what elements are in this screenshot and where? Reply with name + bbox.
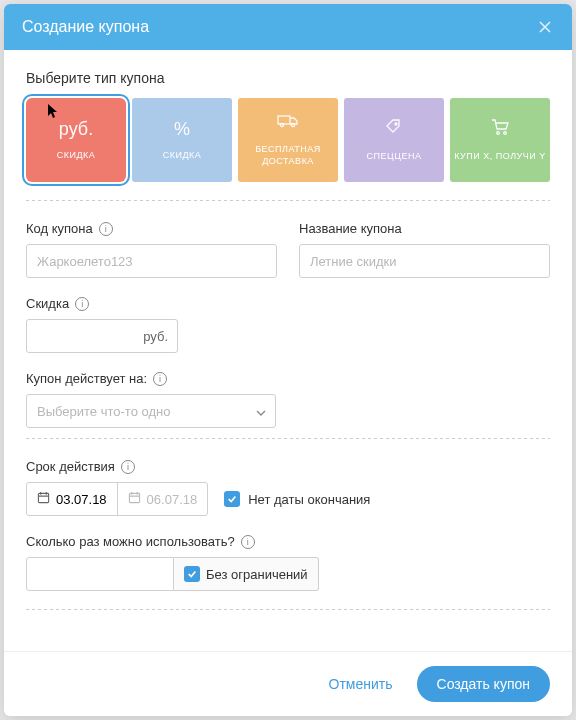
cart-icon bbox=[490, 118, 510, 141]
info-icon[interactable]: i bbox=[153, 372, 167, 386]
divider bbox=[26, 609, 550, 610]
discount-field: Скидка i руб. bbox=[26, 296, 550, 353]
validity-label: Срок действия bbox=[26, 459, 115, 474]
type-label: СКИДКА bbox=[57, 150, 96, 162]
validity-field: Срок действия i 03.07.18 06.07 bbox=[26, 459, 550, 516]
coupon-name-field: Название купона bbox=[299, 221, 550, 278]
modal-footer: Отменить Создать купон bbox=[4, 651, 572, 716]
type-percent-discount[interactable]: % СКИДКА bbox=[132, 98, 232, 182]
usage-limit-input[interactable] bbox=[26, 557, 174, 591]
coupon-name-label: Название купона bbox=[299, 221, 402, 236]
applies-to-field: Купон действует на: i Выберите что-то од… bbox=[26, 371, 550, 428]
no-end-date-checkbox[interactable] bbox=[224, 491, 240, 507]
svg-point-3 bbox=[395, 123, 397, 125]
coupon-code-label: Код купона bbox=[26, 221, 93, 236]
end-date-value: 06.07.18 bbox=[147, 492, 198, 507]
calendar-icon bbox=[37, 491, 50, 507]
start-date-value: 03.07.18 bbox=[56, 492, 107, 507]
type-rub-discount[interactable]: руб. СКИДКА bbox=[26, 98, 126, 182]
discount-suffix: руб. bbox=[143, 329, 168, 344]
unlimited-checkbox[interactable] bbox=[184, 566, 200, 582]
usage-limit-label: Сколько раз можно использовать? bbox=[26, 534, 235, 549]
type-label: СПЕЦЦЕНА bbox=[367, 151, 422, 163]
create-button[interactable]: Создать купон bbox=[417, 666, 550, 702]
svg-point-1 bbox=[280, 123, 283, 126]
coupon-code-input[interactable] bbox=[26, 244, 277, 278]
create-coupon-modal: Создание купона Выберите тип купона руб.… bbox=[4, 4, 572, 716]
divider bbox=[26, 200, 550, 201]
svg-point-5 bbox=[504, 131, 507, 134]
svg-rect-7 bbox=[129, 493, 139, 502]
date-range-picker: 03.07.18 06.07.18 bbox=[26, 482, 208, 516]
unlimited-label: Без ограничений bbox=[206, 567, 308, 582]
info-icon[interactable]: i bbox=[241, 535, 255, 549]
modal-body: Выберите тип купона руб. СКИДКА % СКИДКА… bbox=[4, 50, 572, 651]
info-icon[interactable]: i bbox=[75, 297, 89, 311]
close-icon[interactable] bbox=[536, 18, 554, 36]
svg-rect-6 bbox=[38, 493, 48, 502]
end-date-input[interactable]: 06.07.18 bbox=[117, 483, 208, 515]
info-icon[interactable]: i bbox=[121, 460, 135, 474]
truck-icon bbox=[277, 113, 299, 134]
modal-title: Создание купона bbox=[22, 18, 149, 36]
type-buy-x-get-y[interactable]: КУПИ X, ПОЛУЧИ Y bbox=[450, 98, 550, 182]
info-icon[interactable]: i bbox=[99, 222, 113, 236]
ruble-icon: руб. bbox=[59, 119, 93, 140]
cancel-button[interactable]: Отменить bbox=[319, 668, 403, 700]
applies-to-select[interactable]: Выберите что-то одно bbox=[26, 394, 276, 428]
coupon-name-input[interactable] bbox=[299, 244, 550, 278]
divider bbox=[26, 438, 550, 439]
type-label: СКИДКА bbox=[163, 150, 202, 162]
discount-label: Скидка bbox=[26, 296, 69, 311]
svg-point-2 bbox=[291, 123, 294, 126]
type-free-shipping[interactable]: БЕСПЛАТНАЯ ДОСТАВКА bbox=[238, 98, 338, 182]
svg-rect-0 bbox=[278, 116, 290, 124]
select-type-label: Выберите тип купона bbox=[26, 70, 550, 86]
coupon-code-field: Код купона i bbox=[26, 221, 277, 278]
usage-limit-field: Сколько раз можно использовать? i Без ог… bbox=[26, 534, 550, 591]
type-label: КУПИ X, ПОЛУЧИ Y bbox=[454, 151, 545, 163]
type-label: БЕСПЛАТНАЯ ДОСТАВКА bbox=[242, 144, 334, 167]
modal-header: Создание купона bbox=[4, 4, 572, 50]
calendar-icon bbox=[128, 491, 141, 507]
start-date-input[interactable]: 03.07.18 bbox=[27, 483, 117, 515]
unlimited-append: Без ограничений bbox=[174, 557, 319, 591]
percent-icon: % bbox=[174, 119, 190, 140]
applies-to-label: Купон действует на: bbox=[26, 371, 147, 386]
coupon-type-selector: руб. СКИДКА % СКИДКА БЕСПЛАТНАЯ ДОСТАВКА bbox=[26, 98, 550, 182]
no-end-date-label: Нет даты окончания bbox=[248, 492, 370, 507]
svg-point-4 bbox=[497, 131, 500, 134]
tag-icon bbox=[385, 118, 403, 141]
type-special-price[interactable]: СПЕЦЦЕНА bbox=[344, 98, 444, 182]
